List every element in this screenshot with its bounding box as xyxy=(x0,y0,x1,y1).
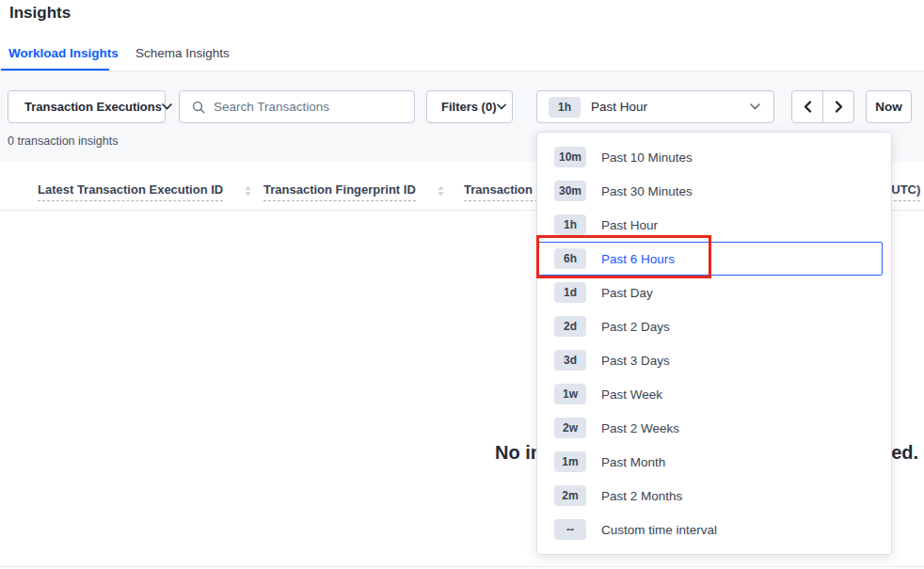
page-title: Insights xyxy=(9,4,71,23)
view-type-label: Transaction Executions xyxy=(24,100,162,114)
time-option-label: Past 2 Weeks xyxy=(601,421,679,435)
time-range-option[interactable]: 2d Past 2 Days xyxy=(537,309,883,343)
sort-icon[interactable] xyxy=(244,185,252,197)
time-range-option[interactable]: 6h Past 6 Hours xyxy=(537,242,883,276)
time-range-dropdown-button[interactable]: 1h Past Hour xyxy=(536,90,774,123)
time-range-option[interactable]: 1h Past Hour xyxy=(537,208,883,242)
time-range-option[interactable]: 1d Past Day xyxy=(537,276,883,309)
time-range-option[interactable]: 30m Past 30 Minutes xyxy=(537,174,883,208)
time-option-label: Past 30 Minutes xyxy=(601,184,693,198)
time-option-badge: 30m xyxy=(554,181,586,201)
time-option-label: Past 10 Minutes xyxy=(601,150,693,165)
time-range-option[interactable]: 3d Past 3 Days xyxy=(537,343,883,377)
time-option-badge: 6h xyxy=(554,248,586,269)
filters-button[interactable]: Filters (0) xyxy=(426,90,513,123)
tab-schema-insights[interactable]: Schema Insights xyxy=(135,46,230,60)
time-option-badge: 3d xyxy=(554,350,586,371)
time-option-badge: 2m xyxy=(554,485,586,506)
view-type-dropdown-button[interactable]: Transaction Executions xyxy=(8,90,166,123)
time-range-option[interactable]: 10m Past 10 Minutes xyxy=(537,140,883,174)
filters-label: Filters (0) xyxy=(441,100,497,114)
chevron-left-icon xyxy=(804,101,812,113)
table-column-header[interactable]: Transaction Fingerprint ID xyxy=(263,182,445,201)
time-range-dropdown-menu: 10m Past 10 Minutes 30m Past 30 Minutes … xyxy=(536,132,892,555)
now-button[interactable]: Now xyxy=(866,90,912,123)
time-option-badge: 10m xyxy=(554,147,586,167)
chevron-down-icon xyxy=(497,103,506,110)
time-option-badge: -- xyxy=(554,519,586,540)
time-option-label: Past Month xyxy=(601,455,665,469)
time-option-label: Past Day xyxy=(601,286,653,300)
time-option-badge: 2d xyxy=(554,316,586,337)
time-range-option[interactable]: 1w Past Week xyxy=(537,377,883,411)
search-icon xyxy=(192,101,205,114)
time-range-option[interactable]: -- Custom time interval xyxy=(537,513,883,546)
sort-icon[interactable] xyxy=(437,185,445,197)
time-range-option[interactable]: 1m Past Month xyxy=(537,445,883,479)
table-column-header[interactable]: Latest Transaction Execution ID xyxy=(38,182,252,201)
time-option-label: Past Week xyxy=(601,387,662,402)
time-option-label: Past 6 Hours xyxy=(601,252,675,266)
time-option-badge: 1w xyxy=(554,384,586,404)
time-range-label: Past Hour xyxy=(591,100,750,114)
time-option-badge: 1d xyxy=(554,282,586,303)
insights-page: Insights Workload Insights Schema Insigh… xyxy=(0,0,924,569)
time-option-badge: 1h xyxy=(554,214,586,235)
chevron-down-icon xyxy=(750,103,760,110)
time-option-label: Custom time interval xyxy=(601,523,717,537)
column-label: Latest Transaction Execution ID xyxy=(38,182,223,201)
tab-workload-insights[interactable]: Workload Insights xyxy=(8,46,119,60)
now-label: Now xyxy=(875,100,902,114)
time-option-label: Past 3 Days xyxy=(601,354,670,368)
next-interval-button[interactable] xyxy=(822,90,854,123)
time-range-option[interactable]: 2m Past 2 Months xyxy=(537,479,883,513)
chevron-down-icon xyxy=(162,103,172,110)
time-dropdown-list: 10m Past 10 Minutes 30m Past 30 Minutes … xyxy=(537,140,891,546)
time-option-label: Past 2 Days xyxy=(601,320,670,334)
search-input[interactable] xyxy=(214,100,405,114)
time-option-label: Past Hour xyxy=(601,218,658,232)
time-option-label: Past 2 Months xyxy=(601,489,682,503)
page-bottom-divider xyxy=(0,566,924,567)
search-transactions-box[interactable] xyxy=(179,90,415,123)
time-range-badge: 1h xyxy=(549,97,581,118)
time-option-badge: 2w xyxy=(554,418,586,438)
time-option-badge: 1m xyxy=(554,451,586,472)
column-label: Transaction Fingerprint ID xyxy=(263,182,416,201)
previous-interval-button[interactable] xyxy=(791,90,823,123)
chevron-right-icon xyxy=(835,101,843,113)
time-range-option[interactable]: 2w Past 2 Weeks xyxy=(537,411,883,445)
insights-count-text: 0 transaction insights xyxy=(8,134,118,148)
